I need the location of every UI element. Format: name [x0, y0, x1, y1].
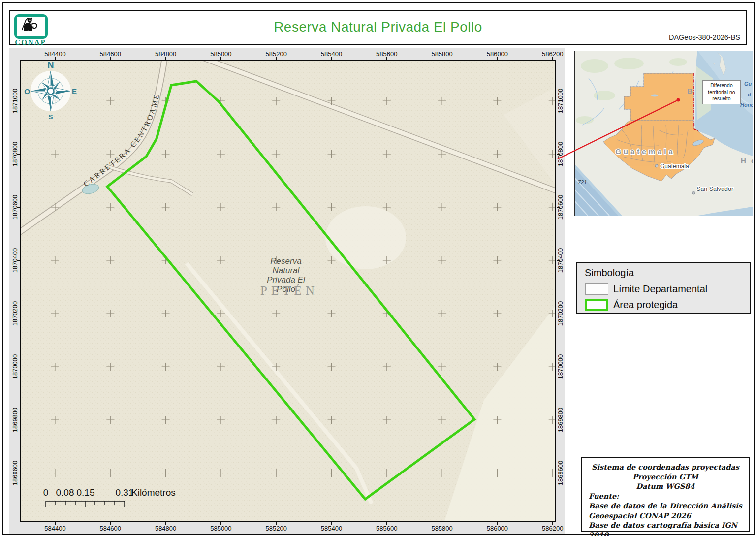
frame-tick — [110, 522, 111, 525]
inset-depth-label: 721 — [578, 179, 587, 185]
inset-sea-label-fragment: d — [748, 92, 751, 97]
frame-tick — [557, 154, 560, 155]
page-title: Reserva Natural Privada El Pollo — [10, 19, 746, 35]
axis-label-bottom: 585000 — [210, 525, 231, 532]
inset-honduras-label: H o — [741, 157, 753, 165]
frame-tick — [17, 207, 20, 208]
inset-sea-label-fragment: Gu — [744, 81, 752, 87]
frame-tick — [55, 522, 56, 525]
inset-city-dot — [692, 191, 695, 194]
reserve-name-line: Privada El — [267, 275, 306, 284]
frame-tick — [276, 522, 277, 525]
document-id: DAGeos-380-2026-BS — [669, 33, 740, 41]
inset-country-label: Guatemala — [615, 147, 675, 156]
inset-belize-label-fragment: B — [687, 87, 693, 95]
scale-label: 0.31 — [116, 487, 134, 498]
frame-tick — [557, 101, 560, 101]
scale-label: 0 — [43, 487, 49, 498]
credits-box: Sistema de coordenadas proyectadas Proye… — [581, 457, 750, 532]
inset-capital-dot — [655, 164, 658, 167]
legend-title: Simbología — [585, 267, 634, 279]
terrain-clearing — [325, 206, 406, 269]
frame-tick — [17, 473, 20, 473]
frame-tick — [497, 57, 498, 60]
frame-tick — [331, 57, 332, 60]
compass-east-label: E — [72, 87, 77, 95]
frame-tick — [220, 57, 221, 60]
frame-tick — [220, 522, 221, 525]
department-label: PETÉN — [260, 284, 318, 297]
frame-tick — [442, 57, 442, 60]
frame-tick — [331, 522, 332, 525]
protected-area-swatch — [585, 299, 608, 311]
frame-tick — [17, 101, 20, 101]
axis-label-bottom: 586000 — [487, 525, 508, 532]
frame-tick — [165, 57, 166, 60]
axis-label-bottom: 584800 — [155, 525, 176, 532]
axis-label-bottom: 585200 — [265, 525, 286, 532]
territorial-dispute-note: Diferendo territorial no resuelto — [702, 80, 741, 104]
source-line: Base de datos cartografía básica IGN 201… — [589, 520, 742, 536]
projection-line: Proyección GTM — [589, 472, 742, 482]
frame-tick — [557, 207, 560, 208]
frame-tick — [557, 473, 560, 473]
frame-tick — [110, 57, 111, 60]
frame-tick — [17, 420, 20, 420]
axis-label-bottom: 584600 — [100, 525, 121, 532]
frame-tick — [17, 314, 20, 314]
inset-lake-peten — [651, 95, 658, 97]
legend-item-protected: Área protegida — [577, 299, 750, 312]
datum-line: Datum WGS84 — [589, 481, 742, 491]
frame-tick — [557, 367, 560, 367]
frame-tick — [442, 522, 442, 525]
conap-logo-label: CONAP — [14, 38, 47, 47]
source-heading: Fuente: — [589, 491, 742, 501]
compass-north-label: N — [48, 61, 54, 70]
axis-label-bottom: 585800 — [431, 525, 452, 532]
inset-city-label: San Salvador — [696, 186, 733, 192]
main-map: CARRETERA CENTROAME Reserva Natural Priv… — [9, 48, 565, 534]
frame-tick — [17, 260, 20, 261]
departmental-limit-swatch — [585, 283, 608, 295]
frame-tick — [276, 57, 277, 60]
frame-tick — [552, 57, 553, 60]
axis-label-bottom: 585600 — [376, 525, 397, 532]
frame-tick — [557, 420, 560, 420]
axis-label-bottom: 586200 — [542, 525, 563, 532]
compass-west-label: O — [24, 87, 30, 95]
frame-tick — [557, 260, 560, 261]
inset-honduras-label-fragment: Hond — [740, 102, 753, 108]
scale-label: 0.15 — [77, 487, 95, 498]
frame-tick — [497, 522, 498, 525]
frame-tick — [55, 57, 56, 60]
coordinate-system-line: Sistema de coordenadas proyectadas — [589, 462, 742, 472]
source-line: Base de datos de la Dirección Análisis G… — [589, 501, 742, 520]
legend: Simbología Límite Departamental Área pro… — [576, 262, 751, 314]
map-canvas: CARRETERA CENTROAME Reserva Natural Priv… — [21, 61, 555, 521]
scale-unit-label: Kilómetros — [131, 487, 176, 498]
header: CONAP Reserva Natural Privada El Pollo D… — [9, 10, 747, 45]
frame-tick — [165, 522, 166, 525]
legend-item-label: Área protegida — [613, 299, 678, 311]
reserve-name-line: Natural — [273, 266, 300, 275]
frame-tick — [17, 154, 20, 155]
frame-tick — [557, 314, 560, 314]
frame-tick — [386, 57, 387, 60]
inset-map: Guatemala Guatemala San Salvador 721 B G… — [574, 51, 753, 216]
axis-label-bottom: 584400 — [44, 525, 65, 532]
inset-capital-label: Guatemala — [660, 163, 689, 170]
axis-label-bottom: 585400 — [321, 525, 342, 532]
frame-tick — [552, 522, 553, 525]
scale-label: 0.08 — [56, 487, 74, 498]
compass-south-label: S — [48, 113, 53, 121]
legend-item-departmental: Límite Departamental — [577, 283, 750, 296]
frame-tick — [17, 367, 20, 367]
legend-item-label: Límite Departamental — [613, 284, 707, 295]
reserve-name-line: Reserva — [270, 256, 301, 266]
frame-tick — [386, 522, 387, 525]
